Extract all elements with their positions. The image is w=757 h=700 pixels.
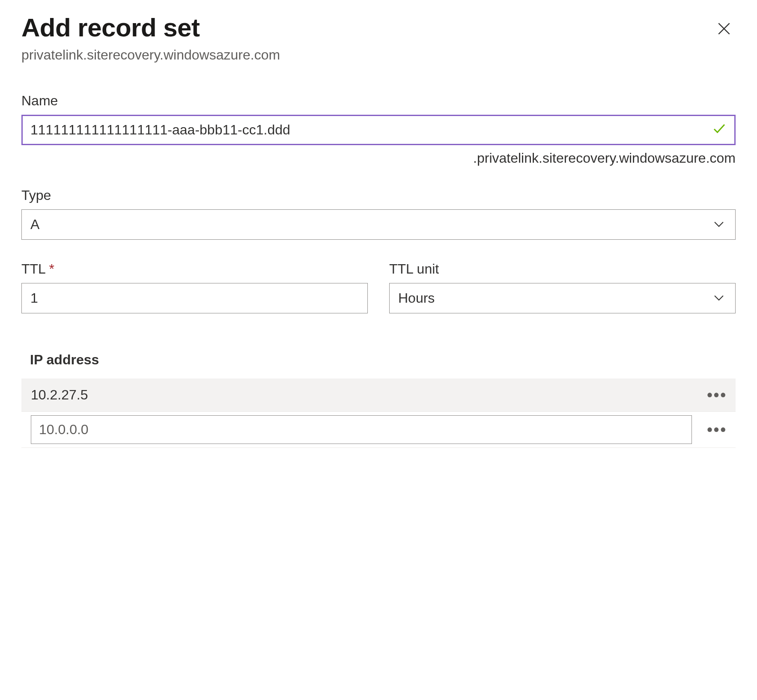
close-icon	[716, 21, 732, 37]
ttl-input[interactable]	[21, 283, 368, 313]
ip-input[interactable]	[31, 415, 692, 444]
required-indicator: *	[49, 261, 54, 277]
name-suffix: .privatelink.siterecovery.windowsazure.c…	[21, 150, 736, 166]
ip-value[interactable]: 10.2.27.5	[21, 378, 692, 411]
ellipsis-icon: •••	[707, 386, 727, 404]
page-subtitle: privatelink.siterecovery.windowsazure.co…	[21, 47, 736, 63]
type-select[interactable]: A	[21, 209, 736, 240]
ellipsis-icon: •••	[707, 421, 727, 438]
name-label: Name	[21, 93, 736, 109]
ttl-label: TTL *	[21, 261, 368, 277]
type-label: Type	[21, 188, 736, 203]
more-button[interactable]: •••	[698, 387, 736, 403]
name-input[interactable]	[21, 115, 736, 145]
checkmark-icon	[712, 121, 727, 140]
ip-address-header: IP address	[21, 352, 736, 368]
ip-row: •••	[21, 412, 736, 448]
ip-row: 10.2.27.5 •••	[21, 378, 736, 412]
ttl-unit-select[interactable]: Hours	[389, 283, 736, 313]
close-button[interactable]	[712, 15, 736, 44]
ttl-unit-label: TTL unit	[389, 261, 736, 277]
more-button[interactable]: •••	[698, 422, 736, 438]
page-title: Add record set	[21, 13, 200, 42]
